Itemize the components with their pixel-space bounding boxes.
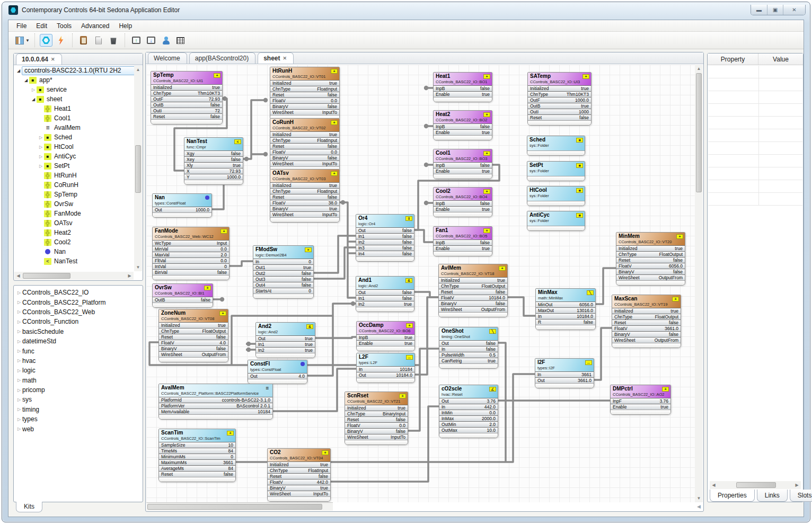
block-slot-outi[interactable]: OutI1000 [528,109,591,114]
value-column-header[interactable]: Value [758,54,803,65]
block-slot-wiresheet[interactable]: WireSheetOutputFrom [439,306,507,312]
canvas-horizontal-scrollbar[interactable] [146,502,333,511]
tree-expander-icon[interactable]: ▷ [16,358,22,363]
wire[interactable] [314,247,356,279]
wiresheet-canvas[interactable]: SpTempCControls_BASC22_IO::UI1+Initializ… [146,65,695,502]
block-header[interactable]: Cool1CControls_BASC22_IO::BO3+ [434,149,492,162]
block-slot-initialized[interactable]: Initializedtrue [439,277,507,283]
menu-edit[interactable]: Edit [31,21,52,31]
block-slot-outb[interactable]: OutBfalse [151,102,222,108]
block-header[interactable]: SATempCControls_BASC22_IO::UI3+ [528,73,591,85]
block-slot-binaryv[interactable]: BinaryVfalse [345,428,408,434]
wire[interactable] [594,328,612,380]
block-slot-inpf[interactable]: InpF3.76 [611,398,670,404]
bolt-button[interactable] [55,34,67,47]
tree-expander-icon[interactable]: ▷ [38,145,44,149]
block-slot-binaryv[interactable]: BinaryVfalse [159,345,228,351]
block-slot-binaryv[interactable]: BinaryVfalse [270,103,339,109]
block-slot-out[interactable]: Outfalse [356,227,414,233]
block-slot-reset[interactable]: Resetfalse [345,416,408,422]
kit-item-logic[interactable]: ▷logic [16,366,140,375]
block-slot-reset[interactable]: Resetfalse [439,289,507,295]
tab-links[interactable]: Links [757,490,788,502]
block-dmpctrl[interactable]: DMPctrlCControls_BASC22_IO::AO2+InpF3.76… [610,385,671,415]
block-slot-enable[interactable]: Enabletrue [611,404,670,410]
block-slot-outmax[interactable]: OutMax10.0 [439,427,498,433]
kit-item-math[interactable]: ▷math [16,376,140,385]
block-heat1[interactable]: Heat1CControls_BASC22_IO::BO1+InpBfalseE… [433,72,492,102]
block-header[interactable]: MinMaxmath::MinMax╲ [536,289,595,301]
tab-properties[interactable]: Properties [710,490,755,502]
block-slot-wiresheet[interactable]: WireSheetInputTo [270,161,339,166]
block-slot-out[interactable]: Outtrue [256,335,315,341]
close-button[interactable]: ✕ [783,5,805,15]
block-slot-chntype[interactable]: ChnTypeFloatOutput [439,283,507,289]
block-co2scle[interactable]: cO2sclehvac::Reset∠Out3.76In442.0InMin0.… [439,385,498,438]
block-slot-enable[interactable]: Enabletrue [434,168,492,174]
block-slot-chntype[interactable]: ChnTypeFloatInput [268,467,330,473]
tree-expander-icon[interactable]: ◢ [15,68,22,73]
block-header[interactable]: OATsvCControls_BASC22_IO::VT03+ [270,170,339,182]
block-slot-chntype[interactable]: ChnTypeFloatOutput [616,251,685,257]
block-nan[interactable]: Nantypes::ConstFloatOut1000.0 [152,193,212,218]
kit-item-hvac[interactable]: ▷hvac [16,356,140,366]
kit-item-types[interactable]: ▷types [16,414,140,424]
tree-item-heat2[interactable]: ╬Heat2 [14,228,134,237]
block-header[interactable]: FModSwlogic::DemuxI2B4» [253,246,313,259]
block-slot-outi[interactable]: OutI72 [151,108,222,113]
upload-button[interactable]: ↑ [130,34,143,47]
block-slot-in[interactable]: In0 [253,259,313,264]
kit-item-basicschedule[interactable]: ▷basicSchedule [16,327,140,336]
block-header[interactable]: CO2CControls_BASC22_IO::VT04+ [268,449,330,461]
block-slot-initialized[interactable]: Initializedtrue [270,131,339,137]
maximize-button[interactable]: ▣ [767,5,783,15]
tree-expander-icon[interactable]: ▷ [38,135,44,140]
block-slot-floatv[interactable]: FloatV0.0 [270,149,339,155]
block-slot-averagems[interactable]: AverageMs84 [159,465,235,471]
block-slot-out[interactable]: Out10184.0 [357,372,414,378]
block-slot-xgy[interactable]: Xgyfalse [184,150,243,156]
block-slot-outb[interactable]: OutBtrue [528,103,591,109]
kit-item-sys[interactable]: ▷sys [16,395,140,404]
block-scnrset[interactable]: ScnRsetCControls_BASC22_IO::VT21+Initial… [345,392,408,445]
block-header[interactable]: Fan1CControls_BASC22_IO::BO5+ [434,227,492,239]
block-header[interactable]: OvrSwCControls_BASC22_IO::BI1+ [153,284,213,297]
tree-item-htrunh[interactable]: ╬HtRunH [14,171,134,180]
block-header[interactable]: AvlMemCControls_BASC22_IO::VT18+ [439,264,507,277]
block-minmax[interactable]: MinMaxmath::MinMax╲MinOut6056.0MaxOut130… [535,288,596,330]
wire[interactable] [243,100,268,159]
block-slot-x[interactable]: X72.93 [184,168,243,174]
tree-item-sptemp[interactable]: ╬SpTemp [14,190,134,199]
block-slot-out[interactable]: Out3.76 [439,398,498,404]
block-header[interactable]: ZoneNumCControls_BASC22_IO::VT08+ [159,309,228,322]
perspective-button[interactable]: ▼ [15,34,30,47]
tree-item-sheet[interactable]: ◢■sheet [14,94,134,104]
block-slot-reset[interactable]: Resetfalse [528,114,591,120]
block-header[interactable]: FanModeCControls_BASC22_Web::WC12+ [153,227,229,240]
block-satemp[interactable]: SATempCControls_BASC22_IO::UI3+Initializ… [527,72,592,126]
block-slot-enable[interactable]: Enabletrue [357,340,414,346]
block-slot-inpb[interactable]: InpBfalse [434,123,492,129]
close-icon[interactable]: ✕ [283,56,287,61]
block-slot-initialized[interactable]: Initializedtrue [270,80,339,86]
block-header[interactable]: OccDampCControls_BASC22_IO::BO6+ [357,322,414,334]
block-slot-xey[interactable]: Xeyfalse [184,156,243,162]
close-icon[interactable]: ✕ [51,57,55,62]
block-slot-in[interactable]: In10184 [357,366,414,372]
block-slot-floatv[interactable]: FloatV442.0 [268,479,330,485]
delete-button[interactable] [107,34,120,47]
kit-item-timing[interactable]: ▷timing [16,405,140,414]
block-slot-initialized[interactable]: Initializedtrue [270,182,339,188]
block-slot-startsat[interactable]: StartsAt0 [253,288,313,294]
block-heat2[interactable]: Heat2CControls_BASC22_IO::BO2+InpBfalseE… [433,110,492,140]
block-slot-binaryv[interactable]: BinaryVfalse [439,300,507,306]
block-slot-fltval[interactable]: FltVal0.0 [153,257,229,263]
block-slot-chntype[interactable]: ChnTypeFloatInput [270,188,339,194]
tree-item-service[interactable]: ▷■service [14,85,134,94]
table-button[interactable] [174,34,187,47]
block-slot-in1[interactable]: In1false [356,295,414,301]
editor-tab-welcome[interactable]: Welcome [148,52,187,64]
block-slot-out4[interactable]: Out4false [253,282,313,288]
block-slot-minout[interactable]: MinOut6056.0 [536,301,595,307]
tree-expander-icon[interactable]: ▷ [16,417,22,422]
